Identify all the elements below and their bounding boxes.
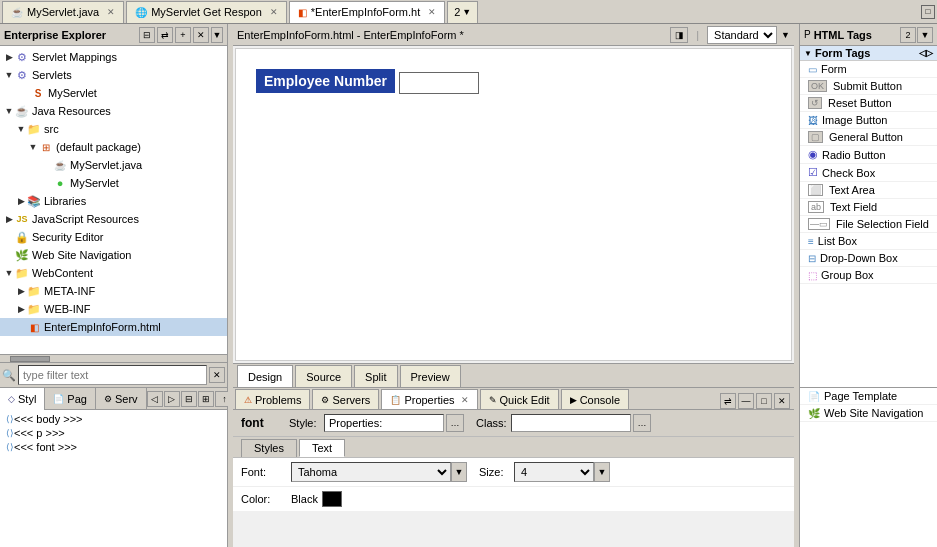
java-file-icon: ☕: [11, 7, 23, 18]
tab-servers[interactable]: ⚙ Servers: [312, 389, 379, 409]
tab-styl[interactable]: ◇ Styl: [0, 388, 45, 410]
tree-arrow: ▶: [4, 213, 14, 225]
tab-close-icon[interactable]: ✕: [461, 395, 469, 405]
new-btn[interactable]: +: [175, 27, 191, 43]
br-item-web-nav[interactable]: 🌿 Web Site Navigation: [800, 405, 937, 422]
style-input[interactable]: [324, 414, 444, 432]
list-item[interactable]: ▶ 📁 META-INF: [0, 282, 227, 300]
extra-tab[interactable]: 2 ▼: [447, 1, 478, 23]
list-item[interactable]: ⟨⟩ <<< body >>>: [4, 412, 223, 426]
tab-myservlet-resp[interactable]: 🌐 MyServlet Get Respon ✕: [126, 1, 287, 23]
close-btn[interactable]: ✕: [193, 27, 209, 43]
font-select[interactable]: Tahoma: [291, 462, 451, 482]
tab-serv[interactable]: ⚙ Serv: [96, 388, 147, 410]
menu-btn[interactable]: ▼: [211, 27, 223, 43]
bleft-btn3[interactable]: ⊟: [181, 391, 197, 407]
ht-item-textfield[interactable]: ab Text Field: [800, 199, 937, 216]
list-item[interactable]: ▼ ⚙ Servlets: [0, 66, 227, 84]
bc-btn2[interactable]: —: [738, 393, 754, 409]
employee-input[interactable]: [399, 72, 479, 94]
font-dropdown-btn[interactable]: ▼: [451, 462, 467, 482]
tab-preview[interactable]: Preview: [400, 365, 461, 387]
tab-problems[interactable]: ⚠ Problems: [235, 389, 310, 409]
list-item[interactable]: ▶ ⚙ Servlet Mappings: [0, 48, 227, 66]
prop-tab-styles[interactable]: Styles: [241, 439, 297, 457]
list-item[interactable]: ▼ 📁 WebContent: [0, 264, 227, 282]
tab-close-icon[interactable]: ✕: [428, 7, 436, 17]
ht-item-form[interactable]: ▭ Form: [800, 61, 937, 78]
bleft-btn1[interactable]: ◁: [147, 391, 163, 407]
tree-hscroll[interactable]: [0, 354, 227, 362]
ht-item-general[interactable]: ▢ General Button: [800, 129, 937, 146]
standard-dropdown[interactable]: Standard: [707, 26, 777, 44]
tree-arrow: ▶: [16, 303, 26, 315]
ht-item-textarea[interactable]: ⬜ Text Area: [800, 182, 937, 199]
size-select[interactable]: 4: [514, 462, 594, 482]
tab-close-icon[interactable]: ✕: [107, 7, 115, 17]
list-item[interactable]: ▼ ⊞ (default package): [0, 138, 227, 156]
br-item-page-template[interactable]: 📄 Page Template: [800, 388, 937, 405]
window-maximize[interactable]: □: [921, 5, 935, 19]
editor-title: EnterEmpInfoForm.html - EnterEmpInfoForm…: [237, 29, 666, 41]
form-tags-header[interactable]: ▼ Form Tags ◁▷: [800, 46, 937, 61]
ht-item-submit[interactable]: OK Submit Button: [800, 78, 937, 95]
list-item[interactable]: ▶ JS JavaScript Resources: [0, 210, 227, 228]
textarea-icon: ⬜: [808, 184, 823, 196]
bleft-btn4[interactable]: ⊞: [198, 391, 214, 407]
style-browse-btn[interactable]: …: [446, 414, 464, 432]
list-item[interactable]: S MyServlet: [0, 84, 227, 102]
list-item[interactable]: ▼ ☕ Java Resources: [0, 102, 227, 120]
list-item[interactable]: ▶ 📚 Libraries: [0, 192, 227, 210]
ht-item-dropdown[interactable]: ⊟ Drop-Down Box: [800, 250, 937, 267]
list-item[interactable]: 🌿 Web Site Navigation: [0, 246, 227, 264]
ht-item-groupbox[interactable]: ⬚ Group Box: [800, 267, 937, 284]
rp-btn2[interactable]: ▼: [917, 27, 933, 43]
class-browse-btn[interactable]: …: [633, 414, 651, 432]
web-nav-icon: 🌿: [14, 247, 30, 263]
list-item[interactable]: ● MyServlet: [0, 174, 227, 192]
folder-icon: 📁: [26, 283, 42, 299]
bleft-btn2[interactable]: ▷: [164, 391, 180, 407]
tab-enterform[interactable]: ◧ *EnterEmpInfoForm.ht ✕: [289, 1, 445, 23]
editor-menu-btn[interactable]: ◨: [670, 27, 688, 43]
tab-console[interactable]: ▶ Console: [561, 389, 629, 409]
tab-myservlet-java[interactable]: ☕ MyServlet.java ✕: [2, 1, 124, 23]
tree-arrow: ▶: [4, 51, 14, 63]
list-item[interactable]: ▶ 📁 WEB-INF: [0, 300, 227, 318]
expand-right-icon[interactable]: ◁▷: [919, 48, 933, 58]
ht-item-listbox[interactable]: ≡ List Box: [800, 233, 937, 250]
style-label: Style:: [289, 417, 324, 429]
tab-quickedit[interactable]: ✎ Quick Edit: [480, 389, 559, 409]
java-resources-icon: ☕: [14, 103, 30, 119]
rp-btn1[interactable]: 2: [900, 27, 916, 43]
ht-item-image[interactable]: 🖼 Image Button: [800, 112, 937, 129]
tree-arrow: ▼: [4, 105, 14, 117]
prop-tab-text[interactable]: Text: [299, 439, 345, 457]
collapse-all-btn[interactable]: ⊟: [139, 27, 155, 43]
tab-source[interactable]: Source: [295, 365, 352, 387]
ht-item-fileselect[interactable]: —▭ File Selection Field: [800, 216, 937, 233]
link-editor-btn[interactable]: ⇄: [157, 27, 173, 43]
tab-pag[interactable]: 📄 Pag: [45, 388, 96, 410]
bc-btn3[interactable]: □: [756, 393, 772, 409]
bc-btn1[interactable]: ⇌: [720, 393, 736, 409]
tab-properties[interactable]: 📋 Properties ✕: [381, 389, 477, 409]
filter-input[interactable]: [18, 365, 207, 385]
tab-close-icon[interactable]: ✕: [270, 7, 278, 17]
ht-item-radio[interactable]: ◉ Radio Button: [800, 146, 937, 164]
list-item[interactable]: ☕ MyServlet.java: [0, 156, 227, 174]
ht-item-reset[interactable]: ↺ Reset Button: [800, 95, 937, 112]
clear-filter-btn[interactable]: ✕: [209, 367, 225, 383]
list-item[interactable]: ◧ EnterEmpInfoForm.html: [0, 318, 227, 336]
bc-close[interactable]: ✕: [774, 393, 790, 409]
size-dropdown-btn[interactable]: ▼: [594, 462, 610, 482]
list-item[interactable]: 🔒 Security Editor: [0, 228, 227, 246]
class-input[interactable]: [511, 414, 631, 432]
list-item[interactable]: ⟨⟩ <<< p >>>: [4, 426, 223, 440]
list-item[interactable]: ▼ 📁 src: [0, 120, 227, 138]
list-item[interactable]: ⟨⟩ <<< font >>>: [4, 440, 223, 454]
ht-item-checkbox[interactable]: ☑ Check Box: [800, 164, 937, 182]
color-swatch[interactable]: [322, 491, 342, 507]
tab-design[interactable]: Design: [237, 365, 293, 387]
tab-split[interactable]: Split: [354, 365, 397, 387]
